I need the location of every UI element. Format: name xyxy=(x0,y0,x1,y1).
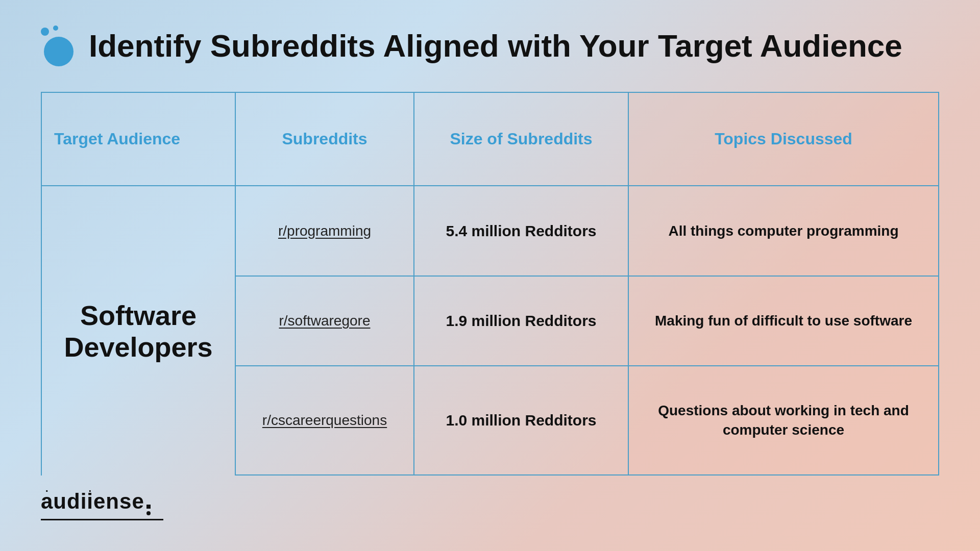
topics-text-2: Making fun of difficult to use software xyxy=(655,311,912,331)
header: Identify Subreddits Aligned with Your Ta… xyxy=(41,26,939,66)
audiense-logo: · a udi · i ense xyxy=(41,491,163,520)
footer: · a udi · i ense xyxy=(41,491,939,520)
subreddit-link-1[interactable]: r/programming xyxy=(278,223,371,239)
page-title: Identify Subreddits Aligned with Your Ta… xyxy=(89,29,902,63)
subreddit-link-3[interactable]: r/cscareerquestions xyxy=(262,412,387,429)
col-header-topics: Topics Discussed xyxy=(629,93,939,186)
size-cell-3: 1.0 million Redditors xyxy=(414,366,629,475)
target-audience-text: SoftwareDevelopers xyxy=(64,299,212,363)
target-audience-cell: SoftwareDevelopers xyxy=(42,186,236,475)
audiense-brand-text: · a udi · i ense xyxy=(41,491,144,512)
size-text-1: 5.4 million Redditors xyxy=(446,222,596,240)
logo-dot-top-right xyxy=(53,26,58,31)
col-header-subreddits: Subreddits xyxy=(236,93,414,186)
topics-text-1: All things computer programming xyxy=(668,221,898,241)
subreddit-link-2[interactable]: r/softwaregore xyxy=(279,313,371,329)
page-container: Identify Subreddits Aligned with Your Ta… xyxy=(0,0,980,551)
logo-icon xyxy=(41,26,77,66)
subreddit-cell-2[interactable]: r/softwaregore xyxy=(236,277,414,366)
logo-dot-top-left xyxy=(41,28,49,36)
table-grid: Target Audience Subreddits Size of Subre… xyxy=(41,92,939,475)
subreddit-cell-3[interactable]: r/cscareerquestions xyxy=(236,366,414,475)
table-wrapper: Target Audience Subreddits Size of Subre… xyxy=(41,92,939,475)
col-header-target: Target Audience xyxy=(42,93,236,186)
size-cell-2: 1.9 million Redditors xyxy=(414,277,629,366)
letter-a: · a xyxy=(41,491,53,512)
topics-cell-3: Questions about working in tech and comp… xyxy=(629,366,939,475)
audiense-underline xyxy=(41,519,163,520)
audiense-logo-text-row: · a udi · i ense xyxy=(41,491,151,518)
subreddit-cell-1[interactable]: r/programming xyxy=(236,186,414,276)
logo-circle-main xyxy=(44,37,74,66)
col-header-size: Size of Subreddits xyxy=(414,93,629,186)
size-cell-1: 5.4 million Redditors xyxy=(414,186,629,276)
audiense-colon xyxy=(145,505,151,518)
size-text-3: 1.0 million Redditors xyxy=(446,412,596,429)
topics-cell-1: All things computer programming xyxy=(629,186,939,276)
letter-i: · i xyxy=(87,491,93,512)
topics-text-3: Questions about working in tech and comp… xyxy=(639,401,928,440)
size-text-2: 1.9 million Redditors xyxy=(446,312,596,330)
topics-cell-2: Making fun of difficult to use software xyxy=(629,277,939,366)
